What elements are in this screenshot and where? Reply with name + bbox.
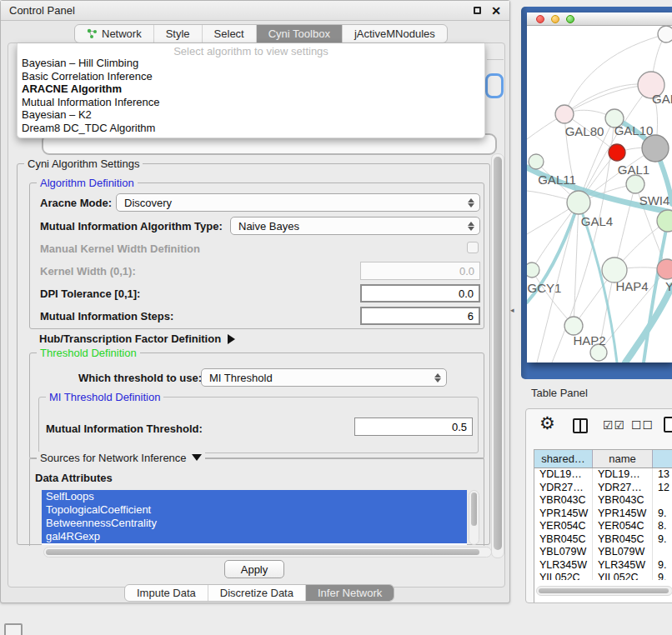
cell: YLR345W <box>593 559 653 572</box>
network-node-red[interactable] <box>609 144 625 161</box>
data-attributes-label: Data Attributes <box>35 472 113 484</box>
node-label: GAL11 <box>538 172 576 187</box>
which-threshold-combo[interactable]: MI Threshold <box>201 368 447 387</box>
close-traffic-light-icon[interactable] <box>536 15 544 23</box>
export-table-icon[interactable] <box>664 417 672 432</box>
kernel-width-field[interactable] <box>360 262 480 280</box>
cell: YER054C <box>534 520 593 533</box>
algorithm-dropdown-placeholder: Select algorithm to view settings <box>18 43 484 57</box>
network-node[interactable] <box>658 26 672 42</box>
algorithm-option[interactable]: Dream8 DC_TDC Algorithm <box>18 122 484 135</box>
algorithm-option[interactable]: Basic Correlation Inference <box>18 70 484 83</box>
network-node[interactable] <box>527 262 539 278</box>
network-window: GAL2 GAL80 GAL10 GAL1 GAL11 GAL4 SWI4 GC… <box>527 12 672 362</box>
network-node[interactable] <box>657 210 672 232</box>
network-node-pink[interactable] <box>657 259 672 279</box>
settings-vertical-scrollbar[interactable] <box>491 153 504 558</box>
table-row[interactable]: YPR145WYPR145W9. <box>534 508 672 521</box>
sources-group-title[interactable]: Sources for Network Inference <box>37 452 205 464</box>
collapse-down-icon <box>192 454 202 461</box>
tab-cyni-toolbox-label: Cyni Toolbox <box>268 28 330 40</box>
algorithm-option[interactable]: Bayesian – Hill Climbing <box>18 57 484 70</box>
tab-select[interactable]: Select <box>203 25 257 42</box>
table-row[interactable]: YBR043CYBR043C <box>534 494 672 508</box>
columns-icon[interactable] <box>573 418 588 433</box>
network-node[interactable] <box>555 105 574 123</box>
float-window-icon[interactable] <box>474 7 481 14</box>
tab-impute-data[interactable]: Impute Data <box>125 585 208 601</box>
cell <box>653 546 672 559</box>
column-header-name[interactable]: name <box>593 450 653 468</box>
mi-steps-field[interactable] <box>360 307 480 325</box>
table-row[interactable]: YDL19…YDL19…13 <box>534 468 672 482</box>
tab-discretize-data[interactable]: Discretize Data <box>208 585 306 601</box>
network-graph: GAL2 GAL80 GAL10 GAL1 GAL11 GAL4 SWI4 GC… <box>527 26 672 362</box>
gear-icon[interactable]: ⚙ <box>539 414 555 432</box>
table-panel: ⚙ ☑☑ ☐☐ shared… name YDL19…YDL19…13 YDR2… <box>525 408 672 603</box>
attribute-item-selected[interactable]: TopologicalCoefficient <box>42 503 467 517</box>
table-row[interactable]: YER054CYER054C8. <box>534 520 672 533</box>
node-label: GAL4 <box>581 214 613 228</box>
partial-panel-icon[interactable] <box>4 623 23 635</box>
hub-definition-toggle[interactable]: Hub/Transcription Factor Definition <box>39 332 235 345</box>
minimize-traffic-light-icon[interactable] <box>551 15 559 23</box>
cell: YBR043C <box>534 494 593 508</box>
zoom-traffic-light-icon[interactable] <box>566 15 574 23</box>
settings-horizontal-scrollbar[interactable] <box>43 547 492 558</box>
cell: YPR145W <box>593 508 653 521</box>
tab-jactivemnodules-label: jActiveMNodules <box>354 28 435 40</box>
kernel-width-label: Kernel Width (0,1): <box>40 265 136 278</box>
network-node-gray[interactable] <box>642 135 669 162</box>
hub-definition-label: Hub/Transcription Factor Definition <box>39 332 221 345</box>
table-row[interactable]: YIL052CYIL052C9. <box>534 572 672 580</box>
algorithm-option[interactable]: Bayesian – K2 <box>18 108 484 122</box>
cell: YIL052C <box>534 572 593 580</box>
tab-jactivemnodules[interactable]: jActiveMNodules <box>343 25 447 42</box>
tab-cyni-toolbox[interactable]: Cyni Toolbox <box>257 25 343 42</box>
node-label: Y <box>665 279 672 293</box>
cell: YBR043C <box>593 494 653 508</box>
table-row[interactable]: YDR27…YDR27…12 <box>534 482 672 495</box>
attribute-list-scrollbar[interactable] <box>469 490 479 545</box>
cell: YDL19… <box>534 468 593 482</box>
algorithm-option-selected[interactable]: ARACNE Algorithm <box>18 82 484 96</box>
attribute-item-selected[interactable]: BetweennessCentrality <box>42 517 467 530</box>
network-node[interactable] <box>564 317 583 335</box>
attribute-item-selected[interactable]: SelfLoops <box>42 490 467 503</box>
deselect-all-checkboxes-icon[interactable]: ☐☐ <box>631 419 654 431</box>
cell: 9. <box>653 572 672 580</box>
aracne-mode-combo[interactable]: Discovery <box>116 193 480 212</box>
cell: 9. <box>653 533 672 547</box>
algorithm-definition-title: Algorithm Definition <box>37 177 138 189</box>
combo-spinner-icon <box>468 198 474 208</box>
threshold-definition-group: Threshold Definition Which threshold to … <box>29 352 484 459</box>
tab-infer-network[interactable]: Infer Network <box>306 585 394 601</box>
mi-steps-label: Mutual Information Steps: <box>40 310 173 322</box>
cell: YBR045C <box>534 533 593 547</box>
cell: YPR145W <box>534 508 593 521</box>
table-row[interactable]: YLR345WYLR345W9. <box>534 559 672 572</box>
network-canvas[interactable]: GAL2 GAL80 GAL10 GAL1 GAL11 GAL4 SWI4 GC… <box>527 26 672 362</box>
table-row[interactable]: YBL079WYBL079W <box>534 546 672 559</box>
tab-style[interactable]: Style <box>154 25 203 42</box>
network-node[interactable] <box>529 154 544 169</box>
close-icon[interactable]: ✕ <box>491 5 501 17</box>
apply-button[interactable]: Apply <box>224 560 284 578</box>
attribute-item-selected[interactable]: gal4RGexp <box>42 530 467 543</box>
table-row[interactable]: YBR045CYBR045C9. <box>534 533 672 547</box>
tab-network[interactable]: Network <box>75 25 154 42</box>
splitter-handle[interactable]: ◂ <box>510 306 514 314</box>
table-horizontal-scrollbar[interactable] <box>536 586 672 596</box>
algorithm-option[interactable]: Mutual Information Inference <box>18 96 484 109</box>
mi-algorithm-type-combo[interactable]: Naive Bayes <box>230 217 480 235</box>
mi-threshold-field[interactable] <box>354 418 473 436</box>
network-node[interactable] <box>626 175 644 193</box>
network-node[interactable] <box>567 191 590 214</box>
manual-kernel-checkbox[interactable] <box>467 242 479 253</box>
column-header-shared-name[interactable]: shared… <box>534 450 593 468</box>
select-all-checkboxes-icon[interactable]: ☑☑ <box>603 419 625 431</box>
dpi-tolerance-field[interactable] <box>360 284 480 302</box>
column-header-partial[interactable] <box>653 450 672 468</box>
cell: YDR27… <box>593 482 653 495</box>
table-rows: YDL19…YDL19…13 YDR27…YDR27…12 YBR043CYBR… <box>534 468 672 580</box>
